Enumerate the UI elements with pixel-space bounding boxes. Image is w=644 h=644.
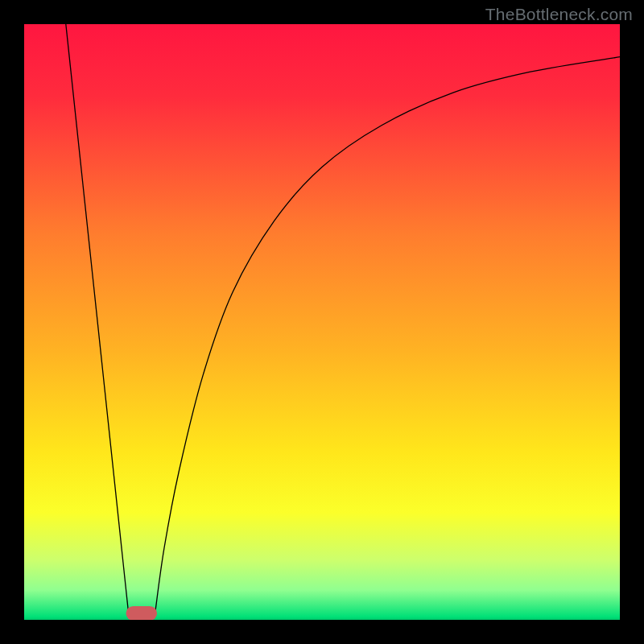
watermark-text: TheBottleneck.com xyxy=(485,5,633,24)
target-marker xyxy=(126,606,157,620)
gradient-background xyxy=(24,24,620,620)
chart-frame: TheBottleneck.com xyxy=(0,0,644,644)
chart-plot-area xyxy=(24,24,620,620)
